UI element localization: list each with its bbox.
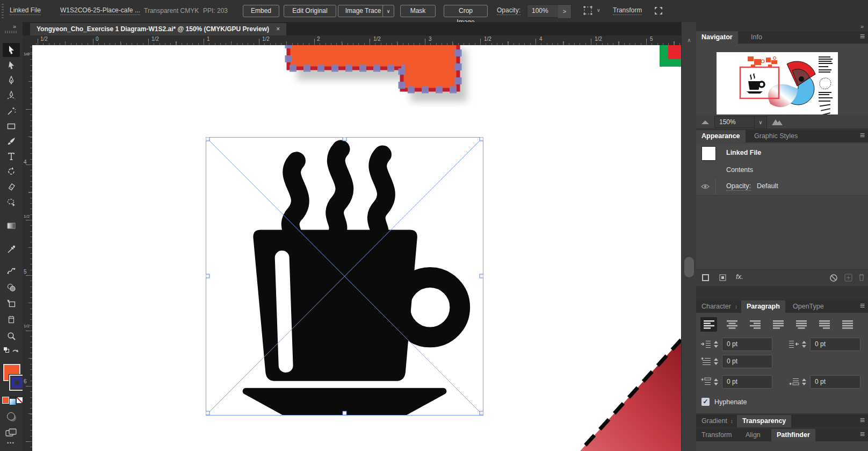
scrollbar-thumb[interactable] [684,257,694,277]
linked-file-name[interactable]: W1S2CO6-25-Place-cafe ... [60,6,140,15]
magic-wand-tool[interactable] [3,104,20,118]
zoom-in-icon[interactable] [771,118,783,128]
direct-selection-tool[interactable] [3,59,20,73]
swap-fill-stroke[interactable] [3,347,19,356]
first-line-indent-stepper[interactable] [712,355,720,368]
hyphenate-checkbox[interactable]: ✓ [701,398,710,406]
paintbrush-tool[interactable] [3,134,20,148]
space-after-field[interactable]: 0 pt [810,375,860,389]
right-indent-field[interactable]: 0 pt [810,338,860,351]
align-center-button[interactable] [724,317,740,332]
add-effect-button[interactable]: fx. [736,273,743,281]
scroll-up-icon[interactable]: ∧ [682,37,697,43]
selection-bounding-box[interactable] [206,137,483,416]
red-corner-shape[interactable] [580,340,681,451]
appearance-row-contents[interactable]: Contents [696,163,868,178]
opacity-label[interactable]: Opacity: [497,6,520,15]
crop-image-button[interactable]: Crop Image [444,5,488,17]
navigator-zoom-field[interactable]: 150% [714,116,758,128]
panel-grip[interactable] [5,31,18,33]
transform-link[interactable]: Transform [613,6,642,15]
selection-tool[interactable] [3,43,20,57]
vertical-scrollbar[interactable]: ∧ [681,22,697,451]
panel-menu-icon[interactable]: ≡ [860,429,865,439]
appearance-row-opacity[interactable]: Opacity: Default [696,178,868,196]
image-trace-button[interactable]: Image Trace [338,5,388,17]
type-tool[interactable] [3,149,20,163]
justify-left-button[interactable] [770,317,786,332]
curvature-tool[interactable] [3,89,20,103]
mask-button[interactable]: Mask [400,5,436,17]
ruler-corner[interactable] [23,35,33,46]
navigator-thumbnail[interactable] [717,52,838,121]
justify-right-button[interactable] [816,317,833,332]
pen-tool[interactable] [3,74,20,88]
opacity-next-button[interactable]: > [558,4,572,19]
artboard-tool[interactable] [3,297,20,311]
add-stroke-icon[interactable] [701,274,710,284]
artboard-canvas[interactable] [32,45,681,451]
orange-l-shape[interactable] [288,45,467,102]
gradient-swatch-button[interactable] [9,397,16,404]
close-icon[interactable]: × [276,25,280,33]
right-indent-stepper[interactable] [800,338,808,351]
tab-paragraph[interactable]: Paragraph [741,300,785,313]
zoom-tool[interactable] [3,329,20,343]
tab-pathfinder[interactable]: Pathfinder [771,429,815,441]
space-before-stepper[interactable] [712,375,720,389]
linked-file-label[interactable]: Linked File [10,6,41,15]
shape-builder-tool[interactable] [3,281,20,295]
clear-appearance-icon[interactable] [829,274,838,284]
tab-transparency[interactable]: Transparency [737,415,791,427]
tab-info[interactable]: Info [746,31,768,44]
add-fill-icon[interactable] [719,274,727,284]
space-after-stepper[interactable] [800,375,808,389]
drawing-modes-button[interactable] [7,412,15,420]
embed-button[interactable]: Embed [243,5,279,17]
green-red-shape[interactable] [660,45,681,67]
opacity-link[interactable]: Opacity: [726,182,751,191]
select-similar-button[interactable]: ∨ [583,5,604,16]
tab-navigator[interactable]: Navigator [696,31,738,44]
eye-icon[interactable] [700,182,710,193]
panel-menu-icon[interactable]: ≡ [860,131,865,140]
align-left-button[interactable] [700,317,717,332]
tab-transform[interactable]: Transform [696,429,737,441]
first-line-indent-field[interactable]: 0 pt [722,355,772,368]
tab-opentype[interactable]: OpenType [787,300,829,313]
tab-gradient[interactable]: Gradient [696,415,733,427]
blend-tool[interactable] [3,264,20,278]
more-tools-button[interactable]: … [6,436,15,445]
justify-center-button[interactable] [793,317,809,332]
isolate-button[interactable] [653,5,664,18]
panel-grip[interactable] [2,4,4,18]
panel-menu-icon[interactable]: ≡ [860,301,865,311]
cycle-icon[interactable]: ↕ [735,300,737,313]
rectangle-tool[interactable] [3,119,20,133]
left-indent-stepper[interactable] [712,338,720,351]
align-right-button[interactable] [747,317,763,332]
color-swatch-button[interactable] [2,397,9,404]
image-trace-menu-button[interactable]: ∨ [382,5,394,17]
justify-all-button[interactable] [839,317,856,332]
duplicate-item-icon[interactable] [844,274,852,284]
panel-menu-icon[interactable]: ≡ [860,416,865,425]
document-tab[interactable]: Yongyeon_Cho_Exercise 1 Diagram-W1S2.ai*… [30,23,286,35]
gradient-tool[interactable] [3,219,20,233]
left-indent-field[interactable]: 0 pt [722,338,772,351]
eyedropper-tool[interactable] [3,242,20,256]
coffee-cup-image[interactable] [206,137,483,416]
opacity-input[interactable]: 100% [527,4,559,18]
eraser-tool[interactable] [3,180,20,194]
panel-menu-icon[interactable]: ≡ [860,32,865,41]
edit-original-button[interactable]: Edit Original [284,5,336,17]
tab-character[interactable]: Character [696,300,736,313]
zoom-out-icon[interactable] [701,120,709,124]
cycle-icon[interactable]: ↕ [730,415,733,427]
rotate-tool[interactable] [3,164,20,178]
space-before-field[interactable]: 0 pt [722,375,772,389]
zoom-dropdown-button[interactable]: ∨ [754,116,767,129]
tab-align[interactable]: Align [740,429,766,441]
tab-graphic-styles[interactable]: Graphic Styles [749,130,803,142]
collapse-dock-icon[interactable]: » [860,23,864,30]
